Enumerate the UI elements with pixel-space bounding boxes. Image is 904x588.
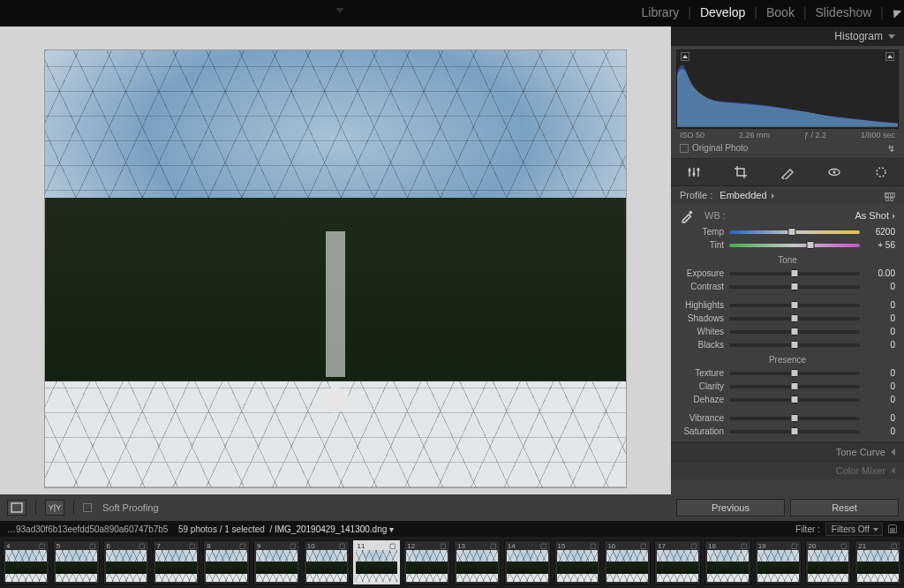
color-mixer-header[interactable]: Color Mixer <box>671 461 904 479</box>
module-develop[interactable]: Develop <box>700 5 745 19</box>
slider-thumb[interactable] <box>791 341 799 349</box>
thumb-flag-icon[interactable]: ▢ <box>89 542 96 550</box>
filmstrip-thumb[interactable]: 11 ▢ <box>353 540 400 584</box>
previous-button[interactable]: Previous <box>676 499 785 516</box>
slider-value[interactable]: 0 <box>865 368 895 378</box>
slider-thumb[interactable] <box>791 369 799 377</box>
edit-sliders-icon[interactable] <box>686 164 702 180</box>
filmstrip-thumb[interactable]: 17 ▢ <box>654 540 701 584</box>
thumb-flag-icon[interactable]: ▢ <box>339 542 346 550</box>
thumb-flag-icon[interactable]: ▢ <box>690 542 697 550</box>
slider-vibrance[interactable]: Vibrance 0 <box>680 413 895 423</box>
slider-exposure[interactable]: Exposure 0.00 <box>680 268 895 278</box>
thumb-flag-icon[interactable]: ▢ <box>840 542 848 550</box>
slider-thumb[interactable] <box>791 396 799 403</box>
filmstrip-thumb[interactable]: 14 ▢ <box>504 540 551 584</box>
thumb-flag-icon[interactable]: ▢ <box>490 542 497 550</box>
slider-track[interactable] <box>729 385 860 388</box>
slider-track[interactable] <box>729 317 860 320</box>
slider-value[interactable]: 6200 <box>865 227 895 237</box>
profile-browser-icon[interactable] <box>885 192 895 198</box>
filmstrip-thumb[interactable]: 4 ▢ <box>3 540 49 584</box>
slider-track[interactable] <box>729 272 860 275</box>
module-book[interactable]: Book <box>766 5 795 19</box>
thumb-flag-icon[interactable]: ▢ <box>389 542 396 550</box>
slider-clarity[interactable]: Clarity 0 <box>680 381 895 391</box>
slider-track[interactable] <box>729 244 860 247</box>
slider-tint[interactable]: Tint + 56 <box>680 240 895 250</box>
slider-texture[interactable]: Texture 0 <box>680 368 895 378</box>
slider-track[interactable] <box>729 330 860 334</box>
slider-shadows[interactable]: Shadows 0 <box>680 313 895 323</box>
thumb-flag-icon[interactable]: ▢ <box>791 542 798 550</box>
filmstrip-thumb[interactable]: 8 ▢ <box>203 540 250 584</box>
reset-button[interactable]: Reset <box>790 499 899 516</box>
slider-value[interactable]: 0 <box>865 282 895 291</box>
heal-brush-icon[interactable] <box>780 164 795 180</box>
filmstrip-thumb[interactable]: 6 ▢ <box>103 540 150 584</box>
compare-yy-button[interactable]: Y|Y <box>45 500 64 516</box>
slider-thumb[interactable] <box>788 228 796 236</box>
slider-track[interactable] <box>729 430 860 433</box>
thumb-flag-icon[interactable]: ▢ <box>239 542 246 550</box>
slider-whites[interactable]: Whites 0 <box>680 327 895 336</box>
filmstrip-thumb[interactable]: 5 ▢ <box>53 540 100 584</box>
current-filename[interactable]: IMG_20190429_141300.dng <box>275 524 387 534</box>
slider-track[interactable] <box>729 343 860 347</box>
thumb-flag-icon[interactable]: ▢ <box>590 542 597 550</box>
thumb-flag-icon[interactable]: ▢ <box>189 542 196 550</box>
redeye-icon[interactable] <box>826 164 842 180</box>
slider-track[interactable] <box>729 372 860 375</box>
mask-icon[interactable] <box>873 164 889 180</box>
filmstrip-thumb[interactable]: 20 ▢ <box>805 540 852 584</box>
slider-temp[interactable]: Temp 6200 <box>680 227 895 237</box>
slider-thumb[interactable] <box>791 314 799 322</box>
thumb-flag-icon[interactable]: ▢ <box>640 542 647 550</box>
slider-track[interactable] <box>729 304 860 307</box>
slider-thumb[interactable] <box>806 241 814 249</box>
histogram-graph[interactable] <box>676 49 899 129</box>
thumb-flag-icon[interactable]: ▢ <box>741 542 748 550</box>
slider-value[interactable]: 0 <box>865 426 895 436</box>
slider-thumb[interactable] <box>791 301 799 309</box>
slider-blacks[interactable]: Blacks 0 <box>680 340 895 350</box>
module-slideshow[interactable]: Slideshow <box>816 5 872 19</box>
filmstrip-thumb[interactable]: 19 ▢ <box>755 540 802 584</box>
filmstrip-thumb[interactable]: 18 ▢ <box>704 540 751 584</box>
slider-dehaze[interactable]: Dehaze 0 <box>680 395 895 404</box>
filmstrip-thumb[interactable]: 21 ▢ <box>855 540 901 584</box>
slider-thumb[interactable] <box>791 269 799 277</box>
slider-value[interactable]: 0 <box>865 381 895 391</box>
slider-track[interactable] <box>729 285 860 289</box>
filmstrip-thumb[interactable]: 16 ▢ <box>604 540 651 584</box>
slider-value[interactable]: 0.00 <box>865 268 895 278</box>
slider-value[interactable]: 0 <box>865 340 895 350</box>
filter-lock-icon[interactable] <box>888 524 897 533</box>
slider-thumb[interactable] <box>791 427 799 435</box>
filmstrip-thumb[interactable]: 13 ▢ <box>454 540 501 584</box>
filmstrip[interactable]: 4 ▢ 5 ▢ 6 ▢ 7 ▢ 8 ▢ 9 ▢ 10 ▢ 11 ▢ 12 ▢ 1… <box>0 537 904 588</box>
filmstrip-thumb[interactable]: 7 ▢ <box>153 540 200 584</box>
thumb-flag-icon[interactable]: ▢ <box>290 542 297 550</box>
original-photo-checkbox[interactable] <box>680 144 689 153</box>
slider-track[interactable] <box>729 417 860 420</box>
panel-collapse-caret-icon[interactable] <box>335 8 344 13</box>
slider-value[interactable]: + 56 <box>865 240 895 250</box>
histogram-header[interactable]: Histogram <box>671 26 904 46</box>
wb-mode-select[interactable]: As Shot <box>855 210 895 221</box>
slider-value[interactable]: 0 <box>865 327 895 336</box>
filmstrip-thumb[interactable]: 12 ▢ <box>403 540 450 584</box>
slider-value[interactable]: 0 <box>865 313 895 323</box>
crop-icon[interactable] <box>733 164 749 180</box>
filter-select[interactable]: Filters Off <box>825 523 883 536</box>
thumb-flag-icon[interactable]: ▢ <box>139 542 146 550</box>
slider-saturation[interactable]: Saturation 0 <box>680 426 895 436</box>
slider-track[interactable] <box>729 398 860 402</box>
profile-select[interactable]: Embedded <box>719 190 775 200</box>
wb-eyedropper-icon[interactable] <box>680 207 696 223</box>
filmstrip-thumb[interactable]: 9 ▢ <box>253 540 300 584</box>
thumb-flag-icon[interactable]: ▢ <box>891 542 898 550</box>
slider-track[interactable] <box>729 230 860 234</box>
slider-value[interactable]: 0 <box>865 413 895 423</box>
preview-canvas[interactable] <box>0 26 671 494</box>
